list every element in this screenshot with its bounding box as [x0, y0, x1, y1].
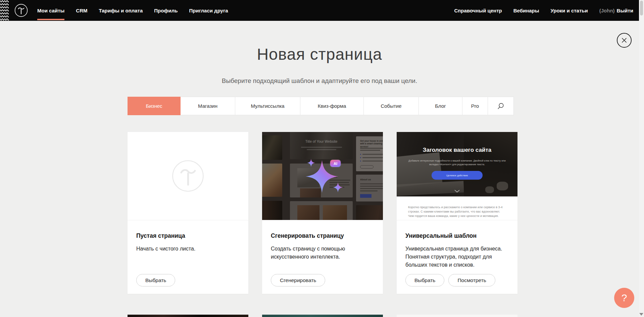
tab-search[interactable] [488, 97, 514, 115]
scrollbar[interactable] [639, 0, 644, 317]
page-title: Новая страница [0, 45, 639, 63]
template-card-partial[interactable] [397, 315, 517, 317]
template-card-partial[interactable] [128, 315, 248, 317]
universal-preview: Заголовок вашего сайта Добавьте интересн… [397, 132, 517, 220]
hero-caption: Добавьте интересные подробности о вашей … [407, 159, 507, 167]
logout-label: Выйти [617, 8, 633, 13]
template-card-universal: Заголовок вашего сайта Добавьте интересн… [397, 132, 517, 294]
ai-badge: AI [330, 160, 341, 167]
card-info: Сгенерировать страницу Создать страницу … [262, 220, 383, 261]
view-button[interactable]: Посмотреть [448, 274, 495, 286]
ai-sparkle-icon [262, 132, 383, 220]
nav-logout[interactable]: (John) Выйти [599, 0, 633, 21]
card-actions: Сгенерировать [271, 274, 325, 286]
blank-preview [128, 132, 248, 220]
template-category-tabs: Бизнес Магазин Мультиссылка Квиз-форма С… [128, 97, 514, 115]
topbar: Мои сайты CRM Тарифы и оплата Профиль Пр… [0, 0, 644, 21]
card-title: Пустая страница [136, 232, 240, 239]
generate-button[interactable]: Сгенерировать [271, 274, 325, 286]
template-card-partial[interactable] [262, 315, 383, 317]
hero-title: Заголовок вашего сайта [397, 147, 517, 153]
nav-invite-friend[interactable]: Пригласи друга [189, 0, 228, 21]
search-icon [497, 103, 504, 109]
card-actions: Выбрать [136, 274, 175, 286]
card-title: Универсальный шаблон [405, 232, 509, 239]
choose-button[interactable]: Выбрать [405, 274, 444, 286]
card-description: Начать с чистого листа. [136, 245, 240, 253]
tilda-logo-icon [14, 4, 28, 17]
card-title: Сгенерировать страницу [271, 232, 374, 239]
tab-shop[interactable]: Магазин [180, 97, 235, 115]
nav-lessons[interactable]: Уроки и статьи [551, 0, 588, 21]
chevron-down-icon [454, 190, 460, 192]
close-icon [621, 37, 627, 43]
tilda-ghost-logo-icon [172, 160, 204, 192]
tilda-logo[interactable] [14, 4, 28, 17]
choose-button[interactable]: Выбрать [136, 274, 175, 286]
tab-multilink[interactable]: Мультиссылка [235, 97, 300, 115]
template-hero: Заголовок вашего сайта Добавьте интересн… [397, 132, 517, 196]
nav-my-sites[interactable]: Мои сайты [37, 0, 64, 21]
card-description: Универсальная страница для бизнеса. Поня… [405, 245, 509, 269]
tab-business[interactable]: Бизнес [128, 97, 181, 115]
hero-cta-button: Целевое действие [432, 171, 483, 180]
tab-blog[interactable]: Блог [418, 97, 462, 115]
card-info: Пустая страница Начать с чистого листа. [128, 220, 248, 253]
template-cards-row: Пустая страница Начать с чистого листа. … [128, 132, 517, 294]
nav-help-center[interactable]: Справочный центр [454, 0, 502, 21]
template-cards-row-2 [128, 315, 517, 317]
card-info: Универсальный шаблон Универсальная стран… [397, 220, 517, 269]
user-name: (John) [599, 8, 615, 13]
tab-pro[interactable]: Pro [462, 97, 488, 115]
ai-collage-preview: Title of Your Website Feature Get your h… [262, 132, 383, 220]
tab-quiz-form[interactable]: Квиз-форма [300, 97, 364, 115]
nav-profile[interactable]: Профиль [154, 0, 178, 21]
main-nav: Мои сайты CRM Тарифы и оплата Профиль Пр… [37, 0, 228, 21]
template-card-blank: Пустая страница Начать с чистого листа. … [128, 132, 248, 294]
card-actions: Выбрать Посмотреть [405, 274, 495, 286]
scrollbar-thumb[interactable] [640, 1, 643, 15]
scrollbar-down-arrow-icon[interactable] [639, 313, 643, 316]
nav-crm[interactable]: CRM [76, 0, 87, 21]
page-subtitle: Выберите подходящий шаблон и адаптируйте… [0, 77, 639, 85]
secondary-nav: Справочный центр Вебинары Уроки и статьи… [454, 0, 633, 21]
template-paragraph: Коротко представьтесь и расскажите о ком… [408, 205, 506, 218]
template-card-ai-generate: Title of Your Website Feature Get your h… [262, 132, 383, 294]
zigzag-pattern-icon [0, 0, 9, 21]
card-description: Создать страницу с помощью искусственног… [271, 245, 374, 261]
help-button[interactable]: ? [614, 288, 634, 308]
nav-tariffs[interactable]: Тарифы и оплата [99, 0, 143, 21]
tab-event[interactable]: Событие [363, 97, 419, 115]
nav-webinars[interactable]: Вебинары [513, 0, 539, 21]
